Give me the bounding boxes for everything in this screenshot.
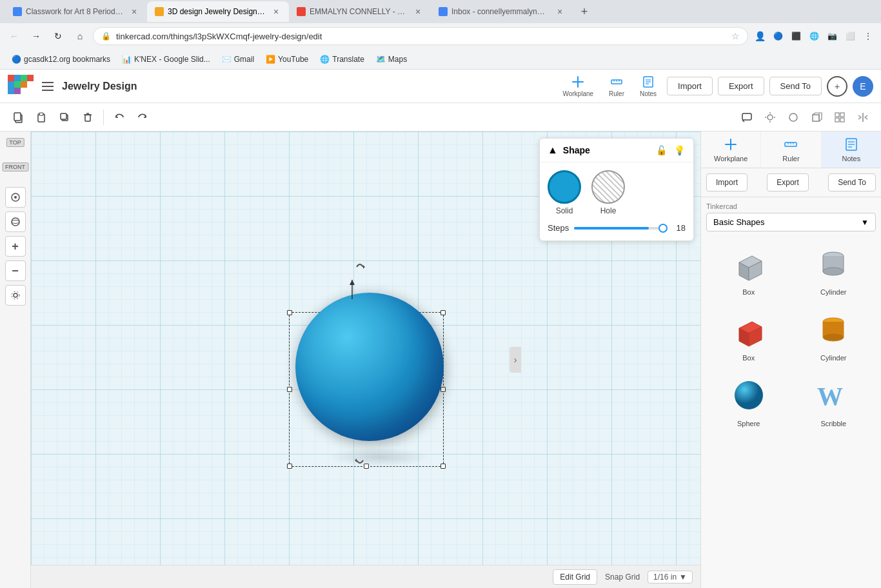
reload-button[interactable]: ↻ — [49, 27, 67, 45]
bookmark-translate[interactable]: 🌐 Translate — [315, 53, 370, 66]
circle-tool[interactable] — [783, 107, 804, 128]
zoom-in-button[interactable]: + — [5, 236, 26, 257]
undo-button[interactable] — [109, 107, 130, 128]
tab-3-title: EMMALYN CONNELLY - Photo D... — [310, 7, 409, 16]
home-button[interactable]: ⌂ — [71, 27, 89, 45]
duplicate-button[interactable] — [54, 107, 75, 128]
delete-button[interactable] — [77, 107, 98, 128]
workplane-button[interactable]: Workplane — [557, 72, 599, 100]
new-tab-button[interactable]: + — [575, 3, 593, 21]
export-button[interactable]: Export — [718, 77, 764, 95]
address-box[interactable]: 🔒 tinkercad.com/things/l3pSkWXCmqf-jewel… — [93, 27, 748, 45]
svg-rect-4 — [577, 76, 579, 88]
star-icon[interactable]: ☆ — [731, 31, 740, 41]
workplane-top-button[interactable]: Workplane — [701, 132, 761, 168]
shape-item-box-grey[interactable]: Box — [709, 239, 789, 300]
bookmark-gcasdk[interactable]: 🔵 gcasdk12.org bookmarks — [6, 53, 115, 66]
light-button[interactable] — [760, 107, 780, 128]
bookmark-gmail[interactable]: ✉️ Gmail — [217, 53, 259, 66]
shape-item-sphere-blue[interactable]: Sphere — [709, 371, 789, 431]
more-button[interactable]: ⋮ — [860, 28, 876, 44]
tab-3-close[interactable]: × — [413, 6, 423, 17]
ruler-button[interactable]: Ruler — [604, 72, 629, 100]
handle-middle-left[interactable] — [287, 387, 292, 392]
cube-tool[interactable] — [806, 107, 827, 128]
tab-4[interactable]: Inbox - connellyemmalyn@gca... × — [431, 1, 573, 22]
mirror-button[interactable] — [853, 107, 873, 128]
paste-button[interactable] — [31, 107, 52, 128]
hole-circle[interactable] — [591, 170, 625, 204]
lightbulb-icon[interactable]: 💡 — [673, 144, 686, 157]
shape-item-cylinder-orange[interactable]: Cylinder — [794, 305, 874, 366]
import-button[interactable]: Import — [667, 77, 713, 95]
tinkercad-logo[interactable] — [8, 75, 34, 98]
tab-4-close[interactable]: × — [555, 6, 565, 17]
grid-button[interactable] — [829, 107, 850, 128]
shape-panel: ▲ Shape 🔓 💡 Solid Hole — [539, 138, 694, 241]
panel-collapse-icon[interactable]: ▲ — [548, 144, 558, 156]
send-to-button[interactable]: Send To — [769, 77, 822, 95]
extension-icon-3[interactable]: 🌐 — [806, 28, 822, 44]
tab-2[interactable]: 3D design Jewelry Design | Tink... × — [147, 1, 289, 22]
extension-icon-5[interactable]: ⬜ — [842, 28, 858, 44]
add-user-button[interactable]: + — [827, 76, 847, 97]
hole-option[interactable]: Hole — [591, 170, 625, 215]
bookmark-knex[interactable]: 📊 K'NEX - Google Slid... — [117, 53, 215, 66]
menu-icon-button[interactable] — [39, 77, 57, 95]
cube-top-label[interactable]: TOP — [6, 138, 24, 147]
profile-icon[interactable]: 👤 — [752, 28, 767, 44]
steps-slider[interactable] — [574, 227, 668, 230]
handle-top-right[interactable] — [440, 310, 446, 315]
back-button[interactable]: ← — [5, 27, 23, 45]
right-export-button[interactable]: Export — [767, 173, 809, 191]
handle-middle-right[interactable] — [440, 387, 446, 392]
settings-button[interactable] — [5, 285, 26, 306]
tab-2-close[interactable]: × — [271, 6, 281, 17]
shape-item-scribble[interactable]: W Scribble — [794, 371, 874, 431]
notes-top-button[interactable]: Notes — [822, 132, 881, 168]
edit-grid-button[interactable]: Edit Grid — [553, 569, 597, 585]
ruler-top-button[interactable]: Ruler — [761, 132, 821, 168]
right-import-button[interactable]: Import — [706, 173, 747, 191]
hole-label: Hole — [600, 206, 617, 215]
extension-icon-4[interactable]: 📷 — [824, 28, 840, 44]
rotation-handle-bottom[interactable] — [353, 454, 366, 467]
tab-1[interactable]: Classwork for Art 8 Period 1, M... × — [5, 1, 147, 22]
handle-bottom-left[interactable] — [287, 464, 292, 469]
svg-rect-36 — [840, 118, 844, 122]
bookmark-youtube[interactable]: ▶️ YouTube — [261, 53, 313, 66]
copy-button[interactable] — [8, 107, 28, 128]
shapes-dropdown[interactable]: Basic Shapes ▼ — [706, 213, 876, 231]
rotation-handle-top[interactable] — [353, 260, 366, 273]
solid-circle[interactable] — [548, 170, 581, 204]
extension-icon-2[interactable]: ⬛ — [788, 28, 804, 44]
snap-grid-dropdown[interactable]: 1/16 in ▼ — [648, 571, 693, 583]
right-sendto-button[interactable]: Send To — [828, 173, 876, 191]
home-view-button[interactable] — [5, 187, 26, 208]
shape-item-cylinder-grey[interactable]: Cylinder — [794, 239, 874, 300]
lock-shape-icon[interactable]: 🔓 — [655, 144, 668, 157]
user-avatar[interactable]: E — [853, 76, 873, 97]
extension-icon-1[interactable]: 🔵 — [770, 28, 786, 44]
main-layout: TOP FRONT + − — [0, 132, 881, 588]
canvas-area[interactable]: ▲ Shape 🔓 💡 Solid Hole — [31, 132, 700, 588]
handle-top-left[interactable] — [287, 310, 292, 315]
notes-button[interactable]: Notes — [635, 72, 662, 100]
solid-option[interactable]: Solid — [548, 170, 581, 215]
redo-button[interactable] — [132, 107, 153, 128]
svg-rect-33 — [835, 113, 839, 117]
forward-button[interactable]: → — [27, 27, 45, 45]
comment-button[interactable] — [737, 107, 757, 128]
cube-front-label[interactable]: FRONT — [2, 162, 28, 172]
shape-item-box-red[interactable]: Box — [709, 305, 789, 366]
handle-bottom-right[interactable] — [440, 464, 446, 469]
sphere-3d[interactable] — [295, 293, 444, 441]
steps-thumb[interactable] — [658, 224, 668, 233]
right-panel-collapse-handle[interactable]: › — [510, 347, 521, 373]
orbit-button[interactable] — [5, 211, 26, 232]
bookmark-maps[interactable]: 🗺️ Maps — [371, 53, 412, 66]
selected-object-container[interactable] — [263, 260, 444, 467]
tab-3[interactable]: EMMALYN CONNELLY - Photo D... × — [289, 1, 431, 22]
tab-1-close[interactable]: × — [129, 6, 139, 17]
zoom-out-button[interactable]: − — [5, 260, 26, 281]
